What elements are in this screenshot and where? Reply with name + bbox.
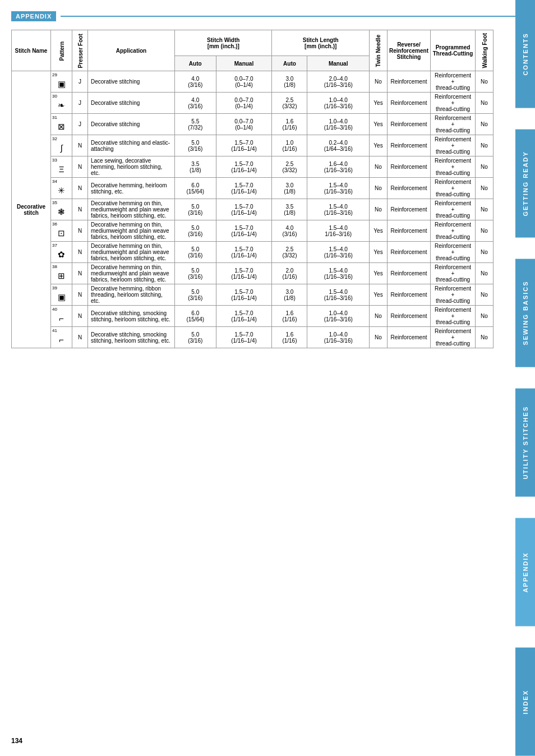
presser-foot-cell-40: N: [72, 306, 88, 327]
sw-auto-35: 5.0 (3/16): [175, 199, 216, 220]
col-header-application: Application: [88, 30, 175, 71]
tab-spacer-2: [515, 238, 535, 260]
walking-37: No: [476, 242, 494, 263]
walking-35: No: [476, 199, 494, 220]
table-row: 31 ⊠ J Decorative stitching 5.5 (7/32) 0…: [12, 114, 494, 135]
pattern-num-32: 32: [52, 136, 57, 141]
pattern-icon-34: ✳: [52, 186, 71, 196]
presser-foot-cell-29: J: [72, 71, 88, 93]
twin-needle-29: No: [369, 71, 387, 93]
sl-auto-33: 2.5 (3/32): [272, 156, 307, 178]
walking-34: No: [476, 178, 494, 199]
twin-needle-39: Yes: [369, 284, 387, 306]
table-row: 40 ⌐ N Decorative stitching, smocking st…: [12, 306, 494, 327]
pattern-icon-37: ✿: [52, 250, 71, 260]
table-row: 33 Ξ N Lace sewing, decorative hemming, …: [12, 156, 494, 178]
sw-auto-33: 3.5 (1/8): [175, 156, 216, 178]
sw-manual-33: 1.5–7.0 (1/16–1/4): [216, 156, 272, 178]
sl-manual-29: 2.0–4.0 (1/16–3/16): [307, 71, 370, 93]
walking-39: No: [476, 284, 494, 306]
appendix-header-tag: APPENDIX: [11, 11, 56, 21]
sl-manual-32: 0.2–4.0 (1/64–3/16): [307, 135, 370, 156]
table-row: 41 ⌐ N Decorative stitching, smocking st…: [12, 327, 494, 348]
twin-needle-34: No: [369, 178, 387, 199]
appendix-header-line: APPENDIX: [11, 11, 529, 21]
sidebar-tab-getting-ready[interactable]: GETTING READY: [515, 130, 535, 238]
col-header-twin-needle: Twin Needle: [369, 30, 387, 71]
sl-auto-36: 4.0 (3/16): [272, 220, 307, 242]
pattern-num-41: 41: [52, 328, 57, 333]
reverse-31: Reinforcement: [387, 114, 430, 135]
sw-manual-35: 1.5–7.0 (1/16–1/4): [216, 199, 272, 220]
pattern-cell-30: 30 ❧: [51, 93, 72, 114]
pattern-cell-33: 33 Ξ: [51, 156, 72, 178]
reverse-39: Reinforcement: [387, 284, 430, 306]
presser-foot-cell-36: N: [72, 220, 88, 242]
sw-manual-38: 1.5–7.0 (1/16–1/4): [216, 263, 272, 284]
sl-auto-41: 1.6 (1/16): [272, 327, 307, 348]
table-row: 39 ▣ N Decorative hemming, ribbon thread…: [12, 284, 494, 306]
sidebar-tab-utility-stitches[interactable]: UTILITY STITCHES: [515, 389, 535, 497]
pattern-cell-36: 36 ⊡: [51, 220, 72, 242]
application-cell-41: Decorative stitching, smocking stitching…: [88, 327, 175, 348]
walking-36: No: [476, 220, 494, 242]
sw-manual-36: 1.5–7.0 (1/16–1/4): [216, 220, 272, 242]
application-cell-30: Decorative stitching: [88, 93, 175, 114]
programmed-30: Reinforcement + thread-cutting: [431, 93, 476, 114]
tab-spacer-4: [515, 497, 535, 519]
sidebar-tab-sewing-basics[interactable]: SEWING BASICS: [515, 259, 535, 367]
presser-foot-cell-38: N: [72, 263, 88, 284]
sub-col-sw-auto: Auto: [175, 56, 216, 71]
pattern-cell-40: 40 ⌐: [51, 306, 72, 327]
sl-auto-32: 1.0 (1/16): [272, 135, 307, 156]
pattern-cell-31: 31 ⊠: [51, 114, 72, 135]
sl-manual-40: 1.0–4.0 (1/16–3/16): [307, 306, 370, 327]
application-cell-38: Decorative hemming on thin, mediumweight…: [88, 263, 175, 284]
sidebar-tab-contents[interactable]: CONTENTS: [515, 0, 535, 108]
page-container: APPENDIX Stitch Name Pattern Presser Foo…: [0, 0, 535, 756]
pattern-cell-37: 37 ✿: [51, 242, 72, 263]
programmed-37: Reinforcement + thread-cutting: [431, 242, 476, 263]
application-cell-39: Decorative hemming, ribbon threading, he…: [88, 284, 175, 306]
pattern-icon-32: ∫: [52, 143, 71, 153]
programmed-40: Reinforcement + thread-cutting: [431, 306, 476, 327]
pattern-icon-35: ❃: [52, 207, 71, 217]
pattern-icon-36: ⊡: [52, 228, 71, 238]
presser-foot-cell-41: N: [72, 327, 88, 348]
table-row: 32 ∫ N Decorative stitching and elastic-…: [12, 135, 494, 156]
sl-manual-37: 1.5–4.0 (1/16–3/16): [307, 242, 370, 263]
sl-auto-40: 1.6 (1/16): [272, 306, 307, 327]
twin-needle-30: Yes: [369, 93, 387, 114]
tab-spacer-3: [515, 367, 535, 389]
reverse-34: Reinforcement: [387, 178, 430, 199]
sl-manual-33: 1.6–4.0 (1/16–3/16): [307, 156, 370, 178]
table-row: Decorativestitch 29 ▣ J Decorative stitc…: [12, 71, 494, 93]
sw-auto-41: 5.0 (3/16): [175, 327, 216, 348]
sidebar-tab-appendix[interactable]: APPENDIX: [515, 518, 535, 626]
pattern-icon-30: ❧: [52, 100, 71, 110]
pattern-num-35: 35: [52, 200, 57, 205]
table-body: Decorativestitch 29 ▣ J Decorative stitc…: [12, 71, 494, 348]
sl-manual-31: 1.0–4.0 (1/16–3/16): [307, 114, 370, 135]
col-header-reverse: Reverse/ReinforcementStitching: [387, 30, 430, 71]
pattern-icon-31: ⊠: [52, 122, 71, 132]
twin-needle-32: Yes: [369, 135, 387, 156]
twin-needle-38: Yes: [369, 263, 387, 284]
programmed-38: Reinforcement + thread-cutting: [431, 263, 476, 284]
sl-auto-31: 1.6 (1/16): [272, 114, 307, 135]
pattern-cell-32: 32 ∫: [51, 135, 72, 156]
sw-manual-31: 0.0–7.0 (0–1/4): [216, 114, 272, 135]
pattern-num-34: 34: [52, 179, 57, 184]
programmed-32: Reinforcement + thread-cutting: [431, 135, 476, 156]
programmed-36: Reinforcement + thread-cutting: [431, 220, 476, 242]
twin-needle-36: Yes: [369, 220, 387, 242]
sl-manual-41: 1.0–4.0 (1/16–3/16): [307, 327, 370, 348]
programmed-39: Reinforcement + thread-cutting: [431, 284, 476, 306]
sw-auto-36: 5.0 (3/16): [175, 220, 216, 242]
pattern-num-31: 31: [52, 115, 57, 120]
sl-auto-37: 2.5 (3/32): [272, 242, 307, 263]
page-number: 134: [11, 737, 22, 745]
col-header-walking-foot: Walking Foot: [476, 30, 494, 71]
sidebar-tab-index[interactable]: INDEX: [515, 648, 535, 756]
reverse-37: Reinforcement: [387, 242, 430, 263]
